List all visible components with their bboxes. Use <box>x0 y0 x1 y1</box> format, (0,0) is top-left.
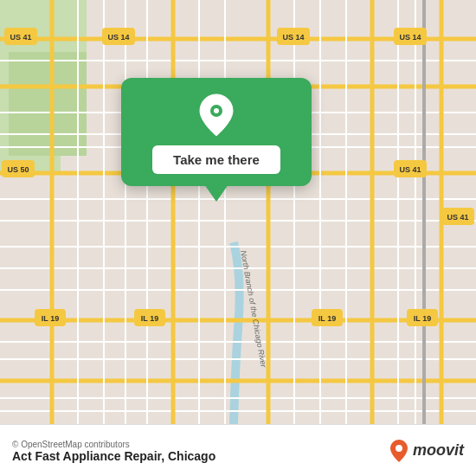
moovit-pin-icon <box>389 439 409 463</box>
svg-text:US 14: US 14 <box>107 33 129 42</box>
take-me-there-button[interactable]: Take me there <box>152 145 280 174</box>
location-pin-icon <box>195 93 238 137</box>
location-info: © OpenStreetMap contributors Act Fast Ap… <box>12 438 215 463</box>
svg-rect-3 <box>9 52 87 156</box>
svg-text:US 14: US 14 <box>282 33 304 42</box>
svg-text:US 41: US 41 <box>10 33 31 42</box>
svg-text:IL 19: IL 19 <box>414 314 431 323</box>
svg-text:US 50: US 50 <box>7 165 29 174</box>
location-name: Act Fast Appliance Repair, Chicago <box>12 449 215 463</box>
svg-text:US 14: US 14 <box>399 33 421 42</box>
svg-text:US 41: US 41 <box>447 213 468 222</box>
svg-text:IL 19: IL 19 <box>42 314 59 323</box>
bottom-info-bar: © OpenStreetMap contributors Act Fast Ap… <box>0 424 476 476</box>
svg-text:IL 19: IL 19 <box>318 314 336 323</box>
location-popup: Take me there <box>121 78 312 186</box>
moovit-brand-text: moovit <box>413 441 464 460</box>
svg-point-64 <box>396 445 402 452</box>
svg-point-63 <box>214 108 219 113</box>
osm-credit: © OpenStreetMap contributors <box>12 440 215 449</box>
svg-text:US 41: US 41 <box>399 165 421 174</box>
map-area[interactable]: US 41 US 14 US 14 US 14 US 41 US 41 US 5… <box>0 0 476 424</box>
moovit-logo: moovit <box>389 439 464 463</box>
svg-text:IL 19: IL 19 <box>141 314 158 323</box>
